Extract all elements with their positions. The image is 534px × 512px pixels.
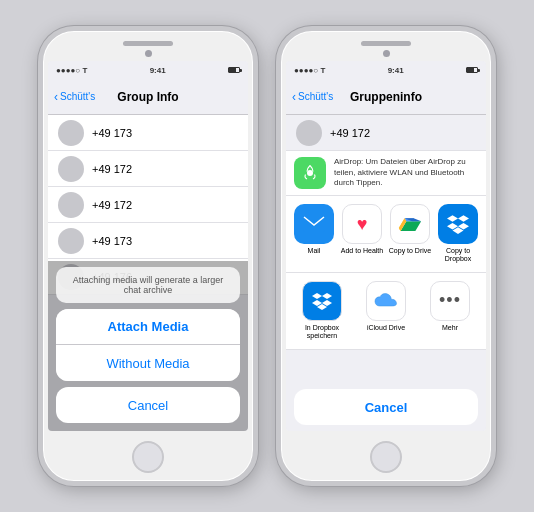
time-right: 9:41 [388, 66, 404, 75]
avatar-0 [58, 120, 84, 146]
battery-icon-right [466, 67, 478, 73]
drive-icon [390, 204, 430, 244]
contact-row-0: +49 173 [48, 115, 248, 151]
speaker-right [361, 41, 411, 46]
phone-right: ●●●●○ T 9:41 ‹ Schütt's Gruppeninfo +49 … [276, 26, 496, 486]
home-button-left[interactable] [132, 441, 164, 473]
airdrop-description: AirDrop: Um Dateien über AirDrop zu teil… [334, 157, 478, 188]
action-item-icloud[interactable]: iCloud Drive [364, 281, 408, 341]
cancel-button-left[interactable]: Cancel [56, 387, 240, 423]
airdrop-row: AirDrop: Um Dateien über AirDrop zu teil… [286, 151, 486, 196]
nav-bar-right: ‹ Schütt's Gruppeninfo [286, 79, 486, 115]
mail-icon [294, 204, 334, 244]
app-label-drive: Copy to Drive [389, 247, 431, 255]
app-item-mail[interactable]: Mail [292, 204, 336, 264]
back-label-right: Schütt's [298, 91, 333, 102]
action-label-icloud: iCloud Drive [367, 324, 405, 332]
cancel-button-right[interactable]: Cancel [294, 389, 478, 425]
action-item-dropbox[interactable]: In Dropbox speichern [300, 281, 344, 341]
nav-back-right[interactable]: ‹ Schütt's [292, 90, 333, 104]
app-item-health[interactable]: ♥ Add to Health [340, 204, 384, 264]
screen-left: ●●●●○ T 9:41 ‹ Schütt's Group Info +49 1… [48, 61, 248, 431]
contact-row-3: +49 173 [48, 223, 248, 259]
avatar-1 [58, 156, 84, 182]
battery-area-right [466, 67, 478, 73]
dropbox-action-icon [302, 281, 342, 321]
chevron-right-icon: ‹ [292, 90, 296, 104]
nav-title-left: Group Info [117, 90, 178, 104]
app-item-drive[interactable]: Copy to Drive [388, 204, 432, 264]
app-label-mail: Mail [308, 247, 321, 255]
camera-left [145, 50, 152, 57]
carrier-right: ●●●●○ T [294, 66, 325, 75]
without-media-button[interactable]: Without Media [56, 345, 240, 381]
app-label-health: Add to Health [341, 247, 383, 255]
contact-number-right: +49 172 [330, 127, 370, 139]
share-sheet: AirDrop: Um Dateien über AirDrop zu teil… [286, 151, 486, 431]
nav-bar-left: ‹ Schütt's Group Info [48, 79, 248, 115]
dialog-overlay: Attaching media will generate a larger c… [48, 261, 248, 431]
contact-number-0: +49 173 [92, 127, 132, 139]
back-label-left: Schütt's [60, 91, 95, 102]
phone-left: ●●●●○ T 9:41 ‹ Schütt's Group Info +49 1… [38, 26, 258, 486]
dialog-message: Attaching media will generate a larger c… [56, 267, 240, 303]
contact-row-2: +49 172 [48, 187, 248, 223]
actions-row: In Dropbox speichern iCloud Drive ••• [286, 273, 486, 350]
app-item-dropbox[interactable]: Copy to Dropbox [436, 204, 480, 264]
home-button-right[interactable] [370, 441, 402, 473]
svg-marker-8 [322, 293, 332, 299]
action-item-more[interactable]: ••• Mehr [428, 281, 472, 341]
avatar-3 [58, 228, 84, 254]
action-label-dropbox: In Dropbox speichern [300, 324, 344, 341]
contact-number-3: +49 173 [92, 235, 132, 247]
dropbox-icon [438, 204, 478, 244]
carrier-left: ●●●●○ T [56, 66, 87, 75]
screen-right: ●●●●○ T 9:41 ‹ Schütt's Gruppeninfo +49 … [286, 61, 486, 431]
dialog-actions: Attach Media Without Media [56, 309, 240, 381]
camera-right [383, 50, 390, 57]
chevron-left-icon: ‹ [54, 90, 58, 104]
contact-number-2: +49 172 [92, 199, 132, 211]
svg-marker-7 [312, 293, 322, 299]
icloud-icon [366, 281, 406, 321]
contact-row-right: +49 172 [286, 115, 486, 151]
time-left: 9:41 [150, 66, 166, 75]
svg-marker-2 [447, 215, 458, 222]
action-label-more: Mehr [442, 324, 458, 332]
more-icon: ••• [430, 281, 470, 321]
speaker-left [123, 41, 173, 46]
app-label-dropbox: Copy to Dropbox [436, 247, 480, 264]
avatar-2 [58, 192, 84, 218]
attach-media-button[interactable]: Attach Media [56, 309, 240, 345]
contact-number-1: +49 172 [92, 163, 132, 175]
app-icons-row: Mail ♥ Add to Health [286, 196, 486, 273]
battery-area-left [228, 67, 240, 73]
contact-row-1: +49 172 [48, 151, 248, 187]
status-bar-right: ●●●●○ T 9:41 [286, 61, 486, 79]
svg-point-0 [307, 170, 313, 176]
status-bar-left: ●●●●○ T 9:41 [48, 61, 248, 79]
health-icon: ♥ [342, 204, 382, 244]
avatar-right [296, 120, 322, 146]
battery-icon-left [228, 67, 240, 73]
nav-back-left[interactable]: ‹ Schütt's [54, 90, 95, 104]
airdrop-icon [294, 157, 326, 189]
nav-title-right: Gruppeninfo [350, 90, 422, 104]
svg-marker-3 [458, 215, 469, 222]
